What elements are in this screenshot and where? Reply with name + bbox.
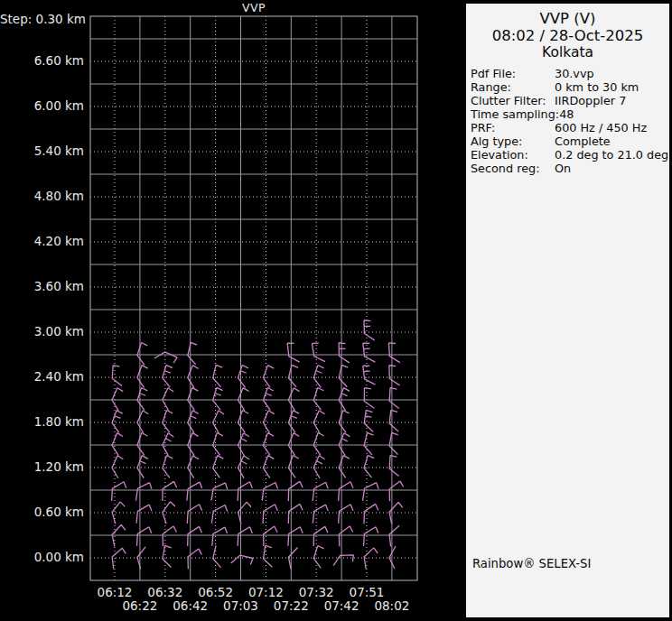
y-axis-label: 0.60 km: [0, 505, 84, 519]
wind-barb: [162, 432, 174, 456]
wind-barb: [312, 386, 328, 411]
wind-barb: [307, 340, 331, 366]
wind-barb: [261, 387, 276, 412]
wind-barb: [154, 351, 178, 365]
wind-barb: [312, 364, 327, 388]
wind-barb: [111, 432, 126, 456]
wind-barb: [338, 387, 352, 411]
wind-barb: [386, 431, 404, 457]
parameter-row: Alg type:Complete: [471, 134, 669, 148]
wind-barb-plot: [0, 0, 462, 621]
wind-barb: [359, 385, 379, 411]
wind-barb: [385, 408, 404, 433]
wind-barb: [160, 364, 176, 388]
wind-barb: [262, 455, 276, 478]
time-label: 06:52: [194, 585, 238, 599]
wind-barb: [161, 409, 176, 433]
wind-barb: [285, 546, 297, 570]
wind-barb: [207, 479, 229, 505]
wind-barb: [360, 546, 378, 571]
product-parameters: Pdf File:30.vvpRange:0 km to 30 kmClutte…: [466, 67, 669, 175]
wind-barb: [107, 363, 127, 388]
wind-barb: [136, 410, 150, 433]
wind-barb: [309, 524, 330, 549]
time-label: 08:02: [370, 598, 414, 613]
wind-barb: [162, 387, 175, 411]
vvp-chart-area: VVP Step: 0.30 km 6.60 km6.00 km5.40 km4…: [0, 0, 462, 621]
parameter-value: 0.2 deg to 21.0 deg: [555, 148, 668, 162]
parameter-row: Range:0 km to 30 km: [471, 80, 669, 94]
parameter-label: Pdf File:: [471, 67, 555, 80]
wind-barb: [210, 386, 227, 411]
wind-barb: [385, 453, 405, 478]
time-label: 07:32: [294, 585, 338, 599]
wind-barb: [383, 340, 405, 366]
wind-barb: [210, 364, 227, 389]
wind-barb: [135, 546, 145, 570]
wind-barb: [333, 340, 355, 366]
wind-barb: [358, 340, 380, 366]
time-label: 06:22: [118, 598, 162, 613]
wind-barb: [132, 479, 154, 505]
time-label: 07:22: [269, 598, 313, 613]
parameter-label: Elevation:: [471, 148, 555, 162]
wind-barb: [186, 365, 201, 388]
wind-barb: [359, 479, 381, 505]
wind-barb: [337, 409, 352, 433]
wind-barb: [313, 410, 326, 433]
wind-barb: [207, 502, 229, 527]
wind-barb: [337, 455, 351, 479]
wind-barb: [183, 546, 203, 571]
wind-barb: [284, 478, 304, 504]
parameter-value: 0 km to 30 km: [555, 80, 639, 94]
wind-barb: [132, 501, 154, 526]
parameter-label: Clutter Filter:: [471, 94, 555, 107]
parameter-value: 30.vvp: [555, 67, 594, 80]
wind-barbs: [107, 318, 405, 571]
parameter-value: 600 Hz / 450 Hz: [555, 121, 647, 134]
wind-barb: [384, 363, 406, 388]
y-axis-label: 5.40 km: [0, 144, 84, 158]
wind-barb: [182, 524, 203, 549]
parameter-label: Range:: [471, 80, 555, 94]
product-datetime: 08:02 / 28-Oct-2025: [466, 27, 669, 44]
wind-barb: [334, 478, 356, 504]
wind-barb: [111, 455, 125, 478]
wind-barb: [111, 387, 125, 411]
wind-barb: [186, 387, 201, 412]
wind-barb: [262, 410, 275, 433]
wind-barb: [258, 524, 279, 549]
y-axis-label: 1.80 km: [0, 414, 84, 429]
wind-barb: [135, 432, 151, 457]
wind-barb: [287, 387, 301, 411]
wind-barb: [258, 501, 280, 526]
wind-barb: [135, 341, 151, 366]
wind-barb: [233, 478, 255, 504]
y-axis-label: 2.40 km: [0, 369, 84, 384]
y-axis-label: 6.60 km: [0, 53, 84, 68]
wind-barb: [286, 455, 302, 479]
wind-barb: [208, 524, 229, 549]
wind-barb: [210, 431, 226, 456]
wind-barb: [284, 501, 304, 526]
wind-barb: [262, 365, 276, 389]
wind-barb: [182, 501, 204, 526]
parameter-value: IIRDoppler 7: [555, 94, 626, 107]
chart-title: VVP: [90, 1, 417, 14]
wind-barb: [236, 364, 251, 388]
wind-barb: [186, 432, 201, 456]
wind-barb: [237, 387, 251, 411]
parameter-label: Second reg:: [471, 162, 555, 175]
wind-barb: [308, 478, 331, 504]
grid-solid: [90, 16, 417, 580]
wind-barb: [331, 550, 356, 571]
y-axis-label: 4.80 km: [0, 189, 84, 203]
parameter-row: Elevation:0.2 deg to 21.0 deg: [471, 148, 669, 162]
parameter-row: PRF:600 Hz / 450 Hz: [471, 121, 669, 134]
wind-barb: [287, 432, 302, 456]
y-axis-label: 1.20 km: [0, 459, 84, 474]
wind-barb: [338, 432, 351, 456]
wind-barb: [312, 544, 327, 569]
y-axis-label: 3.00 km: [0, 324, 84, 338]
wind-barb: [359, 318, 380, 343]
